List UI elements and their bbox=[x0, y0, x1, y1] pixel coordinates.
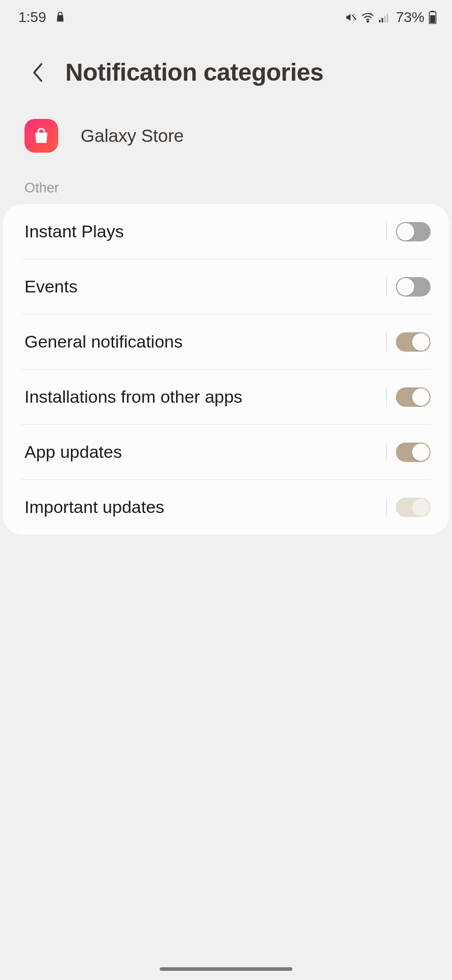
svg-rect-4 bbox=[382, 18, 383, 22]
mute-vibrate-icon bbox=[345, 11, 357, 23]
chevron-left-icon bbox=[31, 62, 45, 83]
row-label: Installations from other apps bbox=[24, 387, 242, 407]
app-name: Galaxy Store bbox=[81, 126, 184, 146]
status-time: 1:59 bbox=[18, 9, 46, 26]
vertical-separator bbox=[386, 498, 387, 517]
vertical-separator bbox=[386, 277, 387, 297]
back-button[interactable] bbox=[29, 63, 47, 82]
list-item[interactable]: Events bbox=[3, 259, 449, 314]
wifi-icon: 6 bbox=[361, 11, 374, 23]
status-bar: 1:59 6 bbox=[0, 0, 452, 33]
toggle-important-updates bbox=[396, 498, 431, 517]
svg-rect-9 bbox=[430, 15, 435, 23]
list-item[interactable]: General notifications bbox=[3, 314, 449, 369]
page-header: Notification categories bbox=[0, 33, 452, 102]
section-label: Other bbox=[0, 168, 452, 204]
row-label: Important updates bbox=[24, 497, 164, 517]
bag-icon bbox=[55, 11, 66, 23]
signal-icon bbox=[379, 12, 390, 23]
svg-point-1 bbox=[367, 21, 368, 22]
toggle-general-notifications[interactable] bbox=[396, 332, 431, 352]
list-item[interactable]: Important updates bbox=[3, 480, 449, 534]
home-indicator[interactable] bbox=[160, 967, 292, 971]
vertical-separator bbox=[386, 332, 387, 352]
list-item[interactable]: Instant Plays bbox=[3, 204, 449, 259]
vertical-separator bbox=[386, 387, 387, 407]
toggle-installations-other-apps[interactable] bbox=[396, 387, 431, 407]
svg-rect-5 bbox=[384, 16, 386, 22]
row-label: General notifications bbox=[24, 332, 183, 352]
svg-text:6: 6 bbox=[370, 12, 372, 16]
vertical-separator bbox=[386, 222, 387, 241]
list-item[interactable]: Installations from other apps bbox=[3, 370, 449, 424]
galaxy-store-icon bbox=[24, 119, 58, 153]
battery-icon bbox=[429, 11, 437, 24]
status-left: 1:59 bbox=[18, 9, 66, 26]
row-label: Instant Plays bbox=[24, 222, 124, 241]
svg-rect-6 bbox=[387, 14, 388, 22]
vertical-separator bbox=[386, 443, 387, 462]
row-label: App updates bbox=[24, 442, 122, 462]
toggle-instant-plays[interactable] bbox=[396, 222, 431, 241]
status-right: 6 73% bbox=[345, 9, 437, 26]
svg-line-0 bbox=[352, 15, 356, 20]
page-title: Notification categories bbox=[65, 58, 323, 86]
list-item[interactable]: App updates bbox=[3, 425, 449, 479]
notification-list: Instant Plays Events General notificatio… bbox=[3, 204, 449, 534]
row-label: Events bbox=[24, 277, 78, 297]
toggle-app-updates[interactable] bbox=[396, 443, 431, 462]
toggle-events[interactable] bbox=[396, 277, 431, 297]
svg-rect-3 bbox=[379, 20, 381, 22]
battery-percentage: 73% bbox=[396, 9, 424, 26]
app-row[interactable]: Galaxy Store bbox=[0, 102, 452, 168]
